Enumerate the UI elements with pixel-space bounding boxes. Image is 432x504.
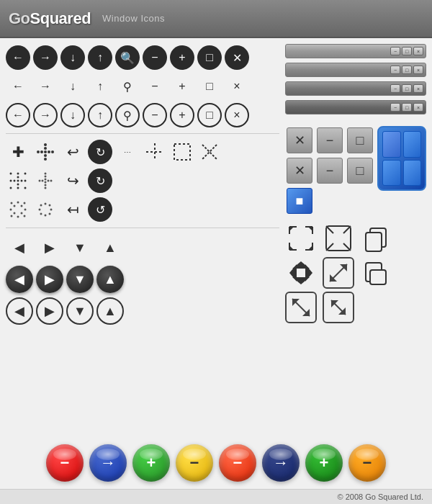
icon-close-plain[interactable]: × bbox=[225, 74, 249, 99]
big-blue-cell-tr bbox=[403, 131, 422, 158]
icon-cross-dotted3[interactable] bbox=[33, 168, 58, 193]
icon-cross-solid[interactable]: ✚ bbox=[6, 140, 30, 164]
ball-blue-arrow[interactable]: → bbox=[89, 444, 127, 482]
icon-right-dark[interactable]: ▶ bbox=[36, 266, 63, 293]
tb-minimize-4[interactable]: − bbox=[390, 103, 400, 112]
tb-maximize-2[interactable]: □ bbox=[402, 66, 412, 74]
tb-minimize-2[interactable]: − bbox=[390, 66, 400, 74]
icon-search-plain[interactable]: ⚲ bbox=[115, 74, 140, 99]
icon-window-plain[interactable]: □ bbox=[197, 74, 222, 99]
tb-minimize-3[interactable]: − bbox=[390, 84, 400, 93]
icon-forward-dark[interactable]: → bbox=[33, 45, 58, 70]
grid-cell-7[interactable]: ■ bbox=[285, 186, 314, 215]
icon-up-outline2[interactable]: ▲ bbox=[96, 297, 124, 325]
icon-down-outline[interactable]: ↓ bbox=[60, 103, 85, 127]
icon-window-outline[interactable]: □ bbox=[197, 103, 222, 127]
icon-x-dashed[interactable] bbox=[197, 140, 222, 164]
cross-dotted-svg bbox=[35, 142, 55, 162]
icon-rect-dots[interactable] bbox=[170, 140, 194, 164]
icon-back-outline[interactable]: ← bbox=[6, 103, 30, 127]
expand-arrows-icon2[interactable] bbox=[285, 257, 317, 289]
tb-close-2[interactable]: × bbox=[413, 66, 423, 74]
icon-scatter1[interactable] bbox=[6, 197, 30, 222]
icon-plus-outline[interactable]: + bbox=[170, 103, 194, 127]
icon-up-plain[interactable]: ↑ bbox=[88, 74, 112, 99]
svg-point-41 bbox=[24, 209, 27, 211]
tb-close-1[interactable]: × bbox=[413, 47, 423, 55]
icon-close-dark[interactable]: ✕ bbox=[225, 45, 249, 70]
icon-plus-dark[interactable]: + bbox=[170, 45, 194, 70]
icon-cross-dashed[interactable] bbox=[143, 140, 167, 164]
tb-maximize-4[interactable]: □ bbox=[402, 103, 412, 112]
svg-point-20 bbox=[14, 180, 16, 182]
icon-search-outline[interactable]: ⚲ bbox=[115, 103, 140, 127]
icon-left-plain[interactable]: ◀ bbox=[6, 234, 33, 261]
icon-right-plain[interactable]: ▶ bbox=[36, 234, 63, 261]
icon-right-outline[interactable]: ▶ bbox=[36, 297, 63, 325]
minimize-icon[interactable] bbox=[285, 292, 317, 323]
ball-yellow-minus[interactable]: − bbox=[176, 444, 213, 482]
icon-minus-outline[interactable]: − bbox=[143, 103, 167, 127]
icon-plus-plain[interactable]: + bbox=[170, 74, 194, 99]
icon-left-dark[interactable]: ◀ bbox=[6, 266, 33, 293]
icon-search-dark[interactable]: 🔍 bbox=[115, 45, 140, 70]
grid-cell-1[interactable]: ✕ bbox=[285, 126, 314, 155]
ball-orange-minus[interactable]: − bbox=[348, 444, 386, 482]
ball-orangered-minus[interactable]: − bbox=[219, 444, 256, 482]
icon-up-tri-plain[interactable]: ▲ bbox=[96, 234, 124, 261]
copy-icon2[interactable] bbox=[360, 257, 392, 289]
icon-forward-outline[interactable]: → bbox=[33, 103, 58, 127]
tb-maximize-1[interactable]: □ bbox=[402, 47, 412, 55]
icon-spacer4 bbox=[197, 168, 222, 193]
ball-green2-plus[interactable]: + bbox=[305, 444, 343, 482]
expand-arrows-icon[interactable] bbox=[285, 222, 317, 254]
tb-close-3[interactable]: × bbox=[413, 84, 423, 93]
shrink-icon[interactable] bbox=[323, 292, 354, 323]
icon-close-outline[interactable]: × bbox=[225, 103, 249, 127]
logo-text: Go bbox=[9, 9, 30, 27]
fullscreen-icon[interactable] bbox=[323, 222, 354, 254]
svg-marker-79 bbox=[292, 277, 310, 284]
icon-undo-outline[interactable]: ↩ bbox=[60, 140, 85, 164]
grid-cell-3[interactable]: □ bbox=[346, 126, 374, 155]
tb-close-4[interactable]: × bbox=[413, 103, 423, 112]
copy-icon[interactable] bbox=[360, 222, 392, 254]
icon-undo-dark[interactable]: ↺ bbox=[88, 197, 112, 222]
icon-redo-outline[interactable]: ↪ bbox=[60, 168, 85, 193]
icon-minus-dark[interactable]: − bbox=[143, 45, 167, 70]
ball-red-minus[interactable]: − bbox=[46, 444, 84, 482]
tb-minimize-1[interactable]: − bbox=[390, 47, 400, 55]
icon-down-plain[interactable]: ↓ bbox=[60, 74, 85, 99]
icon-up-dark2[interactable]: ▲ bbox=[96, 266, 124, 293]
grid-cell-6[interactable]: □ bbox=[346, 156, 374, 185]
icon-scatter2[interactable] bbox=[33, 197, 58, 222]
icon-left-outline[interactable]: ◀ bbox=[6, 297, 33, 325]
grid-cell-2[interactable]: − bbox=[315, 126, 344, 155]
icon-window-dark[interactable]: □ bbox=[197, 45, 222, 70]
icon-down-outline2[interactable]: ▼ bbox=[66, 297, 94, 325]
icon-sync-dark[interactable]: ↻ bbox=[88, 168, 112, 193]
grid-cell-5[interactable]: − bbox=[315, 156, 344, 185]
icon-back-plain[interactable]: ← bbox=[6, 74, 30, 99]
grid-cell-4[interactable]: ✕ bbox=[285, 156, 314, 185]
icon-minus-plain[interactable]: − bbox=[143, 74, 167, 99]
icon-down-dark2[interactable]: ▼ bbox=[66, 266, 94, 293]
ball-navy-arrow[interactable]: → bbox=[262, 444, 300, 482]
big-blue-grid[interactable] bbox=[377, 126, 426, 191]
icon-cross-dotted2[interactable] bbox=[6, 168, 30, 193]
tb-maximize-3[interactable]: □ bbox=[402, 84, 412, 93]
icon-up-dark[interactable]: ↑ bbox=[88, 45, 112, 70]
icon-down-dark[interactable]: ↓ bbox=[60, 45, 85, 70]
row-plain-symbols: ← → ↓ ↑ ⚲ − + □ × bbox=[6, 73, 279, 100]
titlebar-row-1: − □ × bbox=[285, 44, 426, 58]
icon-down-tri-plain[interactable]: ▼ bbox=[66, 234, 94, 261]
icon-back-dark[interactable]: ← bbox=[6, 45, 30, 70]
icon-up-outline[interactable]: ↑ bbox=[88, 103, 112, 127]
resize-rounded-icon[interactable] bbox=[323, 257, 354, 289]
ball-green-plus[interactable]: + bbox=[132, 444, 170, 482]
icon-cross-dotted[interactable] bbox=[33, 140, 58, 164]
icon-dots[interactable]: ⋯ bbox=[115, 140, 140, 164]
icon-forward-plain[interactable]: → bbox=[33, 74, 58, 99]
icon-redo-dark[interactable]: ↻ bbox=[88, 140, 112, 164]
icon-undo-left[interactable]: ↤ bbox=[60, 197, 85, 222]
